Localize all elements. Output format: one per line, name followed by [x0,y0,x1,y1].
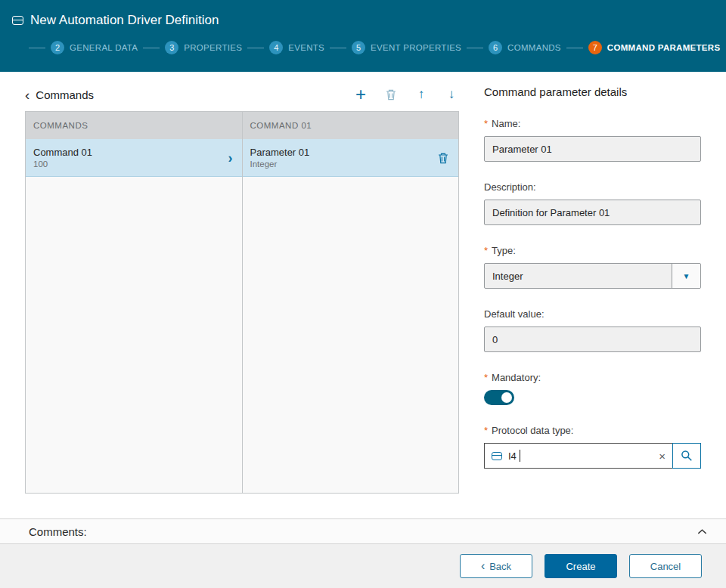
step-label: GENERAL DATA [70,43,138,52]
move-up-icon[interactable]: ↑ [414,86,429,103]
command-row-selected[interactable]: Command 01 100 › [26,139,242,177]
comments-label: Comments: [29,525,87,538]
wizard-stepper: 2 GENERAL DATA 3 PROPERTIES 4 EVENTS 5 E… [12,41,714,54]
description-label: Description: [484,181,701,193]
step-connector [29,48,45,48]
chevron-down-icon: ▼ [683,272,690,280]
protocol-data-type-label-text: Protocol data type: [492,425,573,436]
required-asterisk: * [484,245,488,256]
main-content: ‹ Commands + ↑ ↓ COMMANDS [0,72,726,518]
row-text: Command 01 100 [33,147,92,169]
step-connector [330,48,346,48]
step-event-properties[interactable]: 5 EVENT PROPERTIES [324,41,461,54]
parameter-details-panel: Command parameter details * Name: Descri… [484,84,701,518]
step-commands[interactable]: 6 COMMANDS [461,41,561,54]
step-connector [143,48,160,48]
protocol-data-type-label: * Protocol data type: [484,425,701,436]
parameters-column-header: COMMAND 01 [243,112,459,139]
command-subtitle: 100 [33,159,92,169]
protocol-data-type-input[interactable]: I4 × [484,443,673,469]
name-input[interactable] [484,136,701,162]
new-automation-driver-dialog: New Automation Driver Definition 2 GENER… [0,0,726,588]
step-number: 3 [165,41,178,54]
back-chevron-icon[interactable]: ‹ [25,88,29,102]
step-label: COMMANDS [507,43,561,52]
step-number: 7 [588,41,602,54]
driver-icon [12,16,23,25]
protocol-data-type-value: I4 [508,450,517,462]
row-text: Parameter 01 Integer [250,147,310,169]
chevron-right-icon: › [228,151,233,165]
parameter-subtitle: Integer [250,159,310,169]
parameters-column: COMMAND 01 Parameter 01 Integer [242,112,459,493]
chevron-left-icon: ‹ [481,560,485,572]
name-label: * Name: [484,118,701,129]
description-input[interactable] [484,200,701,225]
required-asterisk: * [484,372,488,383]
cancel-button[interactable]: Cancel [629,554,702,578]
driver-type-icon [492,452,502,460]
command-title: Command 01 [33,147,92,158]
add-icon[interactable]: + [353,86,368,103]
step-number: 6 [489,41,502,54]
delete-trash-icon[interactable] [383,86,399,103]
commands-column-header: COMMANDS [26,112,242,139]
back-button[interactable]: ‹ Back [460,554,532,578]
protocol-data-type-field: I4 × [484,443,701,469]
step-label: PROPERTIES [184,43,242,52]
move-down-icon[interactable]: ↓ [444,86,459,103]
title-row: New Automation Driver Definition [12,10,714,31]
type-select[interactable]: Integer ▼ [484,263,701,289]
step-connector [247,48,264,48]
parameter-title: Parameter 01 [250,147,310,158]
commands-panel-header: ‹ Commands + ↑ ↓ [25,84,459,105]
required-asterisk: * [484,118,488,129]
dialog-header: New Automation Driver Definition 2 GENER… [0,0,726,72]
clear-icon[interactable]: × [659,450,666,462]
description-label-text: Description: [484,181,536,193]
commands-column: COMMANDS Command 01 100 › [26,112,242,493]
step-label: COMMAND PARAMETERS [607,43,721,52]
commands-panel-title: Commands [36,88,94,101]
parameter-row-selected[interactable]: Parameter 01 Integer [243,139,459,177]
comments-section[interactable]: Comments: [0,518,726,544]
step-number: 4 [269,41,283,54]
step-general-data[interactable]: 2 GENERAL DATA [23,41,138,54]
type-selected-value: Integer [485,264,672,288]
default-value-label: Default value: [484,308,701,320]
search-button[interactable] [672,443,701,469]
search-icon [681,450,693,462]
back-button-label: Back [489,561,511,572]
commands-table: COMMANDS Command 01 100 › COMMAND 01 [25,111,459,494]
create-button[interactable]: Create [544,554,617,578]
step-events[interactable]: 4 EVENTS [242,41,324,54]
text-caret [520,450,520,462]
step-properties[interactable]: 3 PROPERTIES [138,41,242,54]
step-number: 5 [352,41,365,54]
chevron-up-icon[interactable] [697,526,708,537]
type-dropdown-button[interactable]: ▼ [672,264,700,288]
mandatory-toggle[interactable] [484,390,514,405]
mandatory-label: * Mandatory: [484,372,701,383]
delete-parameter-trash-icon[interactable] [437,152,449,164]
step-connector [566,48,583,48]
type-label: * Type: [484,245,701,256]
commands-toolbar: + ↑ ↓ [353,86,459,103]
dialog-title: New Automation Driver Definition [30,13,219,28]
step-label: EVENT PROPERTIES [371,43,461,52]
dialog-footer: ‹ Back Create Cancel [0,544,726,588]
required-asterisk: * [484,425,488,436]
default-value-input[interactable] [484,326,701,352]
step-connector [467,48,483,48]
mandatory-label-text: Mandatory: [492,372,541,383]
name-label-text: Name: [492,118,520,129]
row-end: › [228,151,233,165]
type-label-text: Type: [492,245,516,256]
default-value-label-text: Default value: [484,308,544,320]
details-title: Command parameter details [484,85,701,98]
step-label: EVENTS [288,43,324,52]
step-number: 2 [51,41,64,54]
step-command-parameters[interactable]: 7 COMMAND PARAMETERS [561,41,721,54]
toggle-knob [501,392,512,403]
commands-panel: ‹ Commands + ↑ ↓ COMMANDS [25,84,459,518]
